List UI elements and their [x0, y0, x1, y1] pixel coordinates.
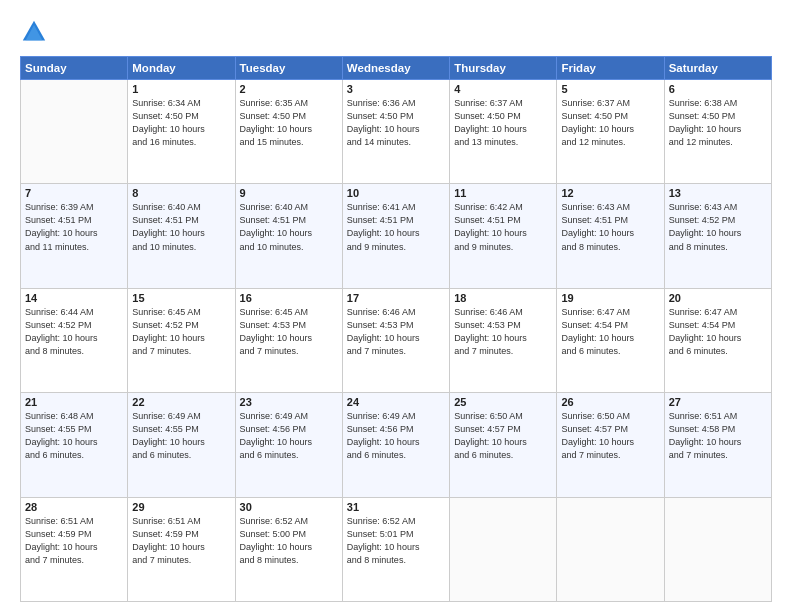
day-info: Sunrise: 6:45 AM Sunset: 4:52 PM Dayligh… — [132, 306, 230, 358]
calendar-cell: 5Sunrise: 6:37 AM Sunset: 4:50 PM Daylig… — [557, 80, 664, 184]
day-info: Sunrise: 6:51 AM Sunset: 4:59 PM Dayligh… — [25, 515, 123, 567]
day-number: 7 — [25, 187, 123, 199]
calendar-cell: 21Sunrise: 6:48 AM Sunset: 4:55 PM Dayli… — [21, 393, 128, 497]
page: SundayMondayTuesdayWednesdayThursdayFrid… — [0, 0, 792, 612]
day-info: Sunrise: 6:42 AM Sunset: 4:51 PM Dayligh… — [454, 201, 552, 253]
day-info: Sunrise: 6:48 AM Sunset: 4:55 PM Dayligh… — [25, 410, 123, 462]
calendar-cell: 13Sunrise: 6:43 AM Sunset: 4:52 PM Dayli… — [664, 184, 771, 288]
day-info: Sunrise: 6:36 AM Sunset: 4:50 PM Dayligh… — [347, 97, 445, 149]
day-info: Sunrise: 6:43 AM Sunset: 4:51 PM Dayligh… — [561, 201, 659, 253]
weekday-header: Wednesday — [342, 57, 449, 80]
day-info: Sunrise: 6:52 AM Sunset: 5:00 PM Dayligh… — [240, 515, 338, 567]
day-number: 8 — [132, 187, 230, 199]
calendar-cell: 26Sunrise: 6:50 AM Sunset: 4:57 PM Dayli… — [557, 393, 664, 497]
day-number: 21 — [25, 396, 123, 408]
day-number: 30 — [240, 501, 338, 513]
weekday-header: Monday — [128, 57, 235, 80]
day-number: 12 — [561, 187, 659, 199]
calendar-cell: 20Sunrise: 6:47 AM Sunset: 4:54 PM Dayli… — [664, 288, 771, 392]
calendar-cell: 17Sunrise: 6:46 AM Sunset: 4:53 PM Dayli… — [342, 288, 449, 392]
day-info: Sunrise: 6:40 AM Sunset: 4:51 PM Dayligh… — [240, 201, 338, 253]
calendar-cell: 7Sunrise: 6:39 AM Sunset: 4:51 PM Daylig… — [21, 184, 128, 288]
weekday-header-row: SundayMondayTuesdayWednesdayThursdayFrid… — [21, 57, 772, 80]
day-info: Sunrise: 6:50 AM Sunset: 4:57 PM Dayligh… — [561, 410, 659, 462]
calendar-cell: 29Sunrise: 6:51 AM Sunset: 4:59 PM Dayli… — [128, 497, 235, 601]
calendar-cell: 25Sunrise: 6:50 AM Sunset: 4:57 PM Dayli… — [450, 393, 557, 497]
weekday-header: Thursday — [450, 57, 557, 80]
calendar-cell: 2Sunrise: 6:35 AM Sunset: 4:50 PM Daylig… — [235, 80, 342, 184]
day-info: Sunrise: 6:41 AM Sunset: 4:51 PM Dayligh… — [347, 201, 445, 253]
calendar-cell: 19Sunrise: 6:47 AM Sunset: 4:54 PM Dayli… — [557, 288, 664, 392]
calendar-week-row: 21Sunrise: 6:48 AM Sunset: 4:55 PM Dayli… — [21, 393, 772, 497]
calendar-cell: 1Sunrise: 6:34 AM Sunset: 4:50 PM Daylig… — [128, 80, 235, 184]
day-number: 23 — [240, 396, 338, 408]
day-number: 13 — [669, 187, 767, 199]
calendar-cell: 16Sunrise: 6:45 AM Sunset: 4:53 PM Dayli… — [235, 288, 342, 392]
day-number: 26 — [561, 396, 659, 408]
weekday-header: Saturday — [664, 57, 771, 80]
calendar-cell: 8Sunrise: 6:40 AM Sunset: 4:51 PM Daylig… — [128, 184, 235, 288]
day-number: 2 — [240, 83, 338, 95]
calendar-cell: 6Sunrise: 6:38 AM Sunset: 4:50 PM Daylig… — [664, 80, 771, 184]
day-number: 1 — [132, 83, 230, 95]
calendar: SundayMondayTuesdayWednesdayThursdayFrid… — [20, 56, 772, 602]
day-info: Sunrise: 6:51 AM Sunset: 4:59 PM Dayligh… — [132, 515, 230, 567]
day-number: 25 — [454, 396, 552, 408]
calendar-cell — [450, 497, 557, 601]
calendar-cell — [664, 497, 771, 601]
day-info: Sunrise: 6:40 AM Sunset: 4:51 PM Dayligh… — [132, 201, 230, 253]
day-info: Sunrise: 6:37 AM Sunset: 4:50 PM Dayligh… — [454, 97, 552, 149]
calendar-cell: 28Sunrise: 6:51 AM Sunset: 4:59 PM Dayli… — [21, 497, 128, 601]
day-info: Sunrise: 6:45 AM Sunset: 4:53 PM Dayligh… — [240, 306, 338, 358]
day-info: Sunrise: 6:51 AM Sunset: 4:58 PM Dayligh… — [669, 410, 767, 462]
weekday-header: Sunday — [21, 57, 128, 80]
day-info: Sunrise: 6:38 AM Sunset: 4:50 PM Dayligh… — [669, 97, 767, 149]
day-number: 6 — [669, 83, 767, 95]
calendar-week-row: 1Sunrise: 6:34 AM Sunset: 4:50 PM Daylig… — [21, 80, 772, 184]
day-number: 27 — [669, 396, 767, 408]
calendar-week-row: 28Sunrise: 6:51 AM Sunset: 4:59 PM Dayli… — [21, 497, 772, 601]
calendar-cell — [557, 497, 664, 601]
day-info: Sunrise: 6:37 AM Sunset: 4:50 PM Dayligh… — [561, 97, 659, 149]
day-number: 20 — [669, 292, 767, 304]
header — [20, 18, 772, 46]
logo-icon — [20, 18, 48, 46]
day-number: 19 — [561, 292, 659, 304]
day-number: 4 — [454, 83, 552, 95]
day-number: 15 — [132, 292, 230, 304]
day-info: Sunrise: 6:44 AM Sunset: 4:52 PM Dayligh… — [25, 306, 123, 358]
logo — [20, 18, 52, 46]
day-info: Sunrise: 6:52 AM Sunset: 5:01 PM Dayligh… — [347, 515, 445, 567]
day-info: Sunrise: 6:43 AM Sunset: 4:52 PM Dayligh… — [669, 201, 767, 253]
day-number: 10 — [347, 187, 445, 199]
day-info: Sunrise: 6:39 AM Sunset: 4:51 PM Dayligh… — [25, 201, 123, 253]
calendar-cell: 22Sunrise: 6:49 AM Sunset: 4:55 PM Dayli… — [128, 393, 235, 497]
day-number: 17 — [347, 292, 445, 304]
calendar-cell — [21, 80, 128, 184]
weekday-header: Tuesday — [235, 57, 342, 80]
day-info: Sunrise: 6:47 AM Sunset: 4:54 PM Dayligh… — [561, 306, 659, 358]
calendar-cell: 12Sunrise: 6:43 AM Sunset: 4:51 PM Dayli… — [557, 184, 664, 288]
day-info: Sunrise: 6:49 AM Sunset: 4:56 PM Dayligh… — [347, 410, 445, 462]
weekday-header: Friday — [557, 57, 664, 80]
calendar-cell: 10Sunrise: 6:41 AM Sunset: 4:51 PM Dayli… — [342, 184, 449, 288]
day-info: Sunrise: 6:49 AM Sunset: 4:56 PM Dayligh… — [240, 410, 338, 462]
calendar-cell: 14Sunrise: 6:44 AM Sunset: 4:52 PM Dayli… — [21, 288, 128, 392]
calendar-cell: 18Sunrise: 6:46 AM Sunset: 4:53 PM Dayli… — [450, 288, 557, 392]
calendar-cell: 3Sunrise: 6:36 AM Sunset: 4:50 PM Daylig… — [342, 80, 449, 184]
day-info: Sunrise: 6:50 AM Sunset: 4:57 PM Dayligh… — [454, 410, 552, 462]
day-number: 5 — [561, 83, 659, 95]
day-number: 18 — [454, 292, 552, 304]
calendar-cell: 4Sunrise: 6:37 AM Sunset: 4:50 PM Daylig… — [450, 80, 557, 184]
day-number: 31 — [347, 501, 445, 513]
calendar-cell: 9Sunrise: 6:40 AM Sunset: 4:51 PM Daylig… — [235, 184, 342, 288]
calendar-cell: 15Sunrise: 6:45 AM Sunset: 4:52 PM Dayli… — [128, 288, 235, 392]
day-number: 14 — [25, 292, 123, 304]
day-info: Sunrise: 6:49 AM Sunset: 4:55 PM Dayligh… — [132, 410, 230, 462]
day-number: 28 — [25, 501, 123, 513]
day-number: 24 — [347, 396, 445, 408]
calendar-cell: 31Sunrise: 6:52 AM Sunset: 5:01 PM Dayli… — [342, 497, 449, 601]
calendar-cell: 11Sunrise: 6:42 AM Sunset: 4:51 PM Dayli… — [450, 184, 557, 288]
day-number: 22 — [132, 396, 230, 408]
day-number: 9 — [240, 187, 338, 199]
